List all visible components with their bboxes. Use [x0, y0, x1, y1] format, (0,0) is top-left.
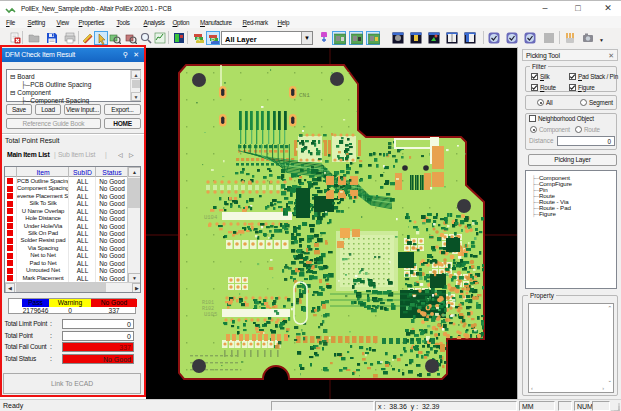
svg-text:U104: U104 [204, 214, 218, 221]
svg-text:P: P [211, 37, 215, 43]
svg-text:U105: U105 [204, 311, 217, 318]
svg-text:CN1: CN1 [299, 92, 310, 99]
svg-text:A: A [196, 36, 200, 42]
